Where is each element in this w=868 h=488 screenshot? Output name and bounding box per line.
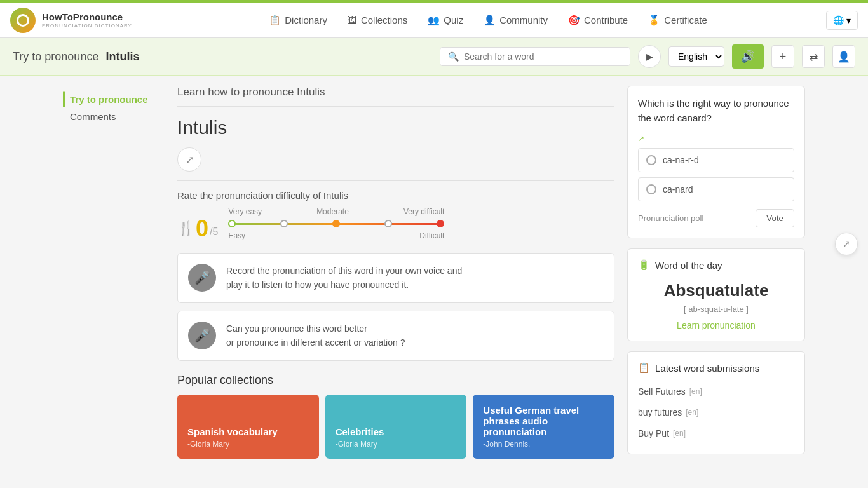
latest-lang-2: [en] [673, 429, 686, 438]
globe-icon: 🌐 [833, 15, 844, 25]
chevron-down-icon: ▾ [846, 15, 851, 25]
sidebar-item-try-pronounce[interactable]: Try to pronounce [70, 94, 148, 105]
poll-option2[interactable]: ca-nard [638, 177, 794, 201]
fork-icon: 🍴 [177, 220, 194, 237]
sidebar-item-comments[interactable]: Comments [63, 111, 165, 122]
collection-name-spanish: Spanish vocabulary [187, 426, 309, 437]
rating-section: Rate the pronunciation difficulty of Int… [177, 190, 614, 240]
dictionary-icon: 📋 [269, 15, 281, 26]
dot3 [332, 220, 340, 227]
pronounce-box[interactable]: 🎤 Can you pronounce this word better or … [177, 311, 614, 361]
latest-lang-0: [en] [689, 387, 702, 396]
add-button[interactable]: + [771, 45, 794, 68]
nav-certificate-label: Certificate [664, 15, 707, 25]
record-text: Record the pronunciation of this word in… [226, 264, 462, 292]
dot1 [228, 220, 236, 227]
latest-lang-1: [en] [686, 408, 698, 417]
contribute-icon: 🎯 [568, 15, 580, 26]
logo-circle [10, 8, 36, 33]
share-button[interactable]: ⤢ [177, 147, 201, 172]
sidebar-accent-bar [63, 91, 65, 107]
mic-icon-circle: 🎤 [188, 264, 216, 292]
wod-learn-link[interactable]: Learn pronunciation [638, 320, 794, 330]
search-title-word: Intulis [105, 50, 139, 63]
collection-author-german: -John Dennis. [483, 440, 604, 449]
label-moderate: Moderate [316, 207, 349, 216]
radio1 [646, 155, 656, 165]
logo-area: HowToPronounce PRONUNCIATION DICTIONARY [10, 8, 150, 33]
main-nav: 📋 Dictionary 🖼 Collections 👥 Quiz 👤 Comm… [150, 10, 826, 31]
external-link-icon: ↗ [638, 134, 644, 143]
pronounce-text1: Can you pronounce this word better [226, 323, 367, 334]
label-easy: Easy [228, 231, 245, 240]
shuffle-button[interactable]: ⇄ [802, 45, 825, 68]
language-select[interactable]: English [668, 46, 724, 67]
wod-phonetic: [ ab-squat-u-late ] [638, 304, 794, 314]
difficulty-labels-bottom: Easy Difficult [228, 231, 444, 240]
latest-header: 📋 Latest word submissions [638, 362, 794, 374]
sidebar-item-try-pronounce-wrap: Try to pronounce [63, 91, 165, 107]
search-bar: Try to pronounce Intulis 🔍 ▶ English 🔊 +… [0, 38, 868, 76]
nav-contribute[interactable]: 🎯 Contribute [559, 10, 637, 31]
record-box[interactable]: 🎤 Record the pronunciation of this word … [177, 253, 614, 303]
pronounce-text: Can you pronounce this word better or pr… [226, 322, 405, 350]
globe-button[interactable]: 🌐 ▾ [826, 11, 858, 30]
latest-word-0: Sell Futures [638, 386, 686, 396]
difficulty-bar-wrap: Very easy Moderate Very difficult [228, 207, 444, 240]
divider1 [177, 180, 614, 181]
collection-card-spanish[interactable]: Spanish vocabulary -Gloria Mary [177, 395, 319, 459]
score-number: 0 [196, 217, 208, 240]
share-float-icon: ⤢ [843, 239, 850, 249]
share-icon: ⤢ [186, 154, 194, 166]
label-very-easy: Very easy [228, 207, 262, 216]
share-float-button[interactable]: ⤢ [835, 233, 858, 255]
poll-question: Which is the right way to pronounce the … [638, 97, 794, 125]
radio2 [646, 184, 656, 194]
quiz-icon: 👥 [428, 15, 440, 26]
search-input[interactable] [464, 51, 622, 62]
sound-button[interactable]: 🔊 [732, 44, 764, 69]
nav-certificate[interactable]: 🏅 Certificate [639, 10, 716, 31]
latest-card: 📋 Latest word submissions Sell Futures [… [627, 351, 805, 454]
logo-inner [17, 14, 29, 27]
nav-community-label: Community [499, 15, 548, 25]
vote-button[interactable]: Vote [756, 209, 794, 227]
difficulty-track [228, 219, 444, 229]
logo-subtitle: PRONUNCIATION DICTIONARY [42, 23, 132, 29]
latest-item-1[interactable]: buy futures [en] [638, 402, 794, 423]
mic-icon-circle2: 🎤 [188, 322, 216, 349]
nav-dictionary-label: Dictionary [285, 15, 327, 25]
option1-label: ca-na-r-d [663, 155, 699, 165]
nav-quiz[interactable]: 👥 Quiz [419, 10, 472, 31]
poll-option1[interactable]: ca-na-r-d [638, 148, 794, 172]
play-button[interactable]: ▶ [638, 45, 661, 68]
search-icon: 🔍 [448, 51, 459, 62]
user-button[interactable]: 👤 [832, 45, 855, 68]
nav-collections[interactable]: 🖼 Collections [339, 10, 416, 30]
collections-icon: 🖼 [348, 15, 357, 25]
collections-title: Popular collections [177, 374, 614, 387]
dot4 [384, 220, 392, 227]
collection-author-celebrities: -Gloria Mary [336, 440, 457, 449]
logo-text: HowToPronounce PRONUNCIATION DICTIONARY [42, 11, 132, 29]
certificate-icon: 🏅 [648, 15, 660, 26]
rating-score-row: 🍴 0 /5 Very easy Moderate Very difficult [177, 207, 614, 240]
pronounce-text2: or pronounce in different accent or vari… [226, 337, 405, 348]
latest-item-2[interactable]: Buy Put [en] [638, 423, 794, 444]
header-right: 🌐 ▾ [826, 11, 858, 30]
record-text2: play it to listen to how you have pronou… [226, 280, 409, 290]
latest-item-0[interactable]: Sell Futures [en] [638, 381, 794, 402]
content-header: Learn how to pronounce Intulis [177, 86, 614, 107]
label-very-difficult: Very difficult [403, 207, 444, 216]
collection-card-german[interactable]: Useful German travel phrases audio pronu… [473, 395, 614, 459]
nav-dictionary[interactable]: 📋 Dictionary [260, 10, 336, 31]
collection-name-german: Useful German travel phrases audio pronu… [483, 405, 604, 437]
score-denom: /5 [210, 226, 218, 240]
search-title-prefix: Try to pronounce [13, 50, 98, 63]
nav-community[interactable]: 👤 Community [475, 10, 557, 31]
collection-card-celebrities[interactable]: Celebrities -Gloria Mary [325, 395, 467, 459]
wod-word: Absquatulate [638, 281, 794, 301]
dot5 [437, 220, 444, 227]
wod-header-label: Word of the day [655, 260, 722, 271]
latest-header-label: Latest word submissions [655, 363, 759, 374]
